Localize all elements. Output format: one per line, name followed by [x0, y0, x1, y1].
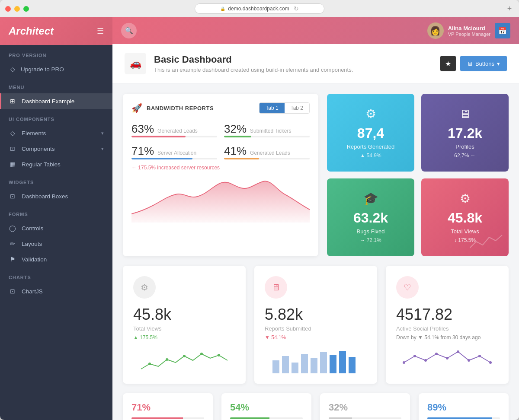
sidebar-item-components[interactable]: ⊡ Components ▾ [0, 141, 112, 156]
page-title-block: Basic Dashboard This is an example dashb… [154, 54, 353, 73]
sidebar-item-label: Controls [22, 225, 43, 232]
sidebar-item-regular-tables[interactable]: ▦ Regular Tables [0, 156, 112, 172]
titlebar: 🔒 demo.dashboardpack.com ↻ + [0, 0, 519, 17]
stat-card-value: 17.2k [448, 126, 482, 140]
sidebar-item-label: Dashboard Example [22, 98, 74, 105]
svg-point-19 [457, 350, 459, 353]
stat-label-4: Generated Leads [250, 150, 290, 156]
sidebar-item-dashboard-boxes[interactable]: ⊡ Dashboard Boxes [0, 188, 112, 204]
sidebar-item-label: Layouts [22, 241, 42, 247]
sidebar: Architect ☰ PRO VERSION ◇ Upgrade to PRO… [0, 17, 112, 420]
menu-label: MENU [0, 77, 112, 93]
sidebar-item-dashboard-example[interactable]: ⊞ Dashboard Example [0, 93, 112, 109]
progress-card-4: 89% [419, 393, 509, 420]
buttons-label: Buttons [475, 60, 494, 67]
main-area: 🔍 👩 Alina Mclourd VP People Manager 📅 🚗 [112, 17, 519, 420]
bandwidth-title: BANDWIDTH REPORTS [147, 105, 214, 111]
sidebar-item-layouts[interactable]: ✏ Layouts [0, 236, 112, 251]
rocket-icon: 🚀 [131, 103, 142, 113]
svg-point-0 [148, 363, 151, 365]
progress-bar [329, 417, 401, 419]
sidebar-item-label: Regular Tables [22, 161, 61, 168]
app-window: 🔒 demo.dashboardpack.com ↻ + Architect ☰… [0, 0, 519, 420]
sidebar-item-chartjs[interactable]: ⊡ ChartJS [0, 283, 112, 299]
upgrade-label: Upgrade to PRO [21, 66, 64, 73]
progress-fill [230, 417, 269, 419]
svg-point-14 [403, 361, 405, 364]
stat-item-2: 32% Submitted Tickers [224, 122, 310, 137]
progress-row: 71% 54% 32% [123, 393, 509, 420]
calendar-button[interactable]: 📅 [495, 23, 510, 38]
tab2-button[interactable]: Tab 2 [285, 103, 309, 113]
elements-icon: ◇ [9, 130, 16, 137]
stat-value-2: 32% [224, 122, 247, 136]
svg-point-18 [446, 357, 449, 360]
chevron-icon: ▾ [101, 130, 104, 136]
progress-bar-2 [224, 136, 310, 137]
sidebar-item-elements[interactable]: ◇ Elements ▾ [0, 125, 112, 141]
bandwidth-header: 🚀 BANDWIDTH REPORTS Tab 1 Tab 2 [131, 102, 310, 114]
progress-value: 54% [230, 402, 303, 413]
stats-grid: 63% Generated Leads 32% [131, 122, 310, 159]
widgets-label: WIDGETS [0, 172, 112, 188]
svg-point-21 [478, 355, 481, 357]
maximize-button[interactable] [23, 6, 29, 12]
sidebar-item-validation[interactable]: ⚑ Validation [0, 251, 112, 267]
buttons-dropdown[interactable]: 🖥 Buttons ▾ [460, 56, 507, 71]
stat-value-1: 63% [131, 122, 154, 136]
forms-label: FORMS [0, 204, 112, 220]
progress-card-1: 71% [123, 393, 213, 420]
close-button[interactable] [5, 6, 11, 12]
svg-rect-8 [301, 354, 308, 373]
svg-rect-11 [330, 355, 336, 373]
ui-components-label: UI COMPONENTS [0, 109, 112, 125]
minimize-button[interactable] [14, 6, 20, 12]
metric-label: Reports Submitted [265, 325, 367, 332]
metric-trend: ▲ 175.5% [133, 334, 235, 340]
svg-point-1 [166, 358, 168, 361]
stat-card-trend: → 72.1% [360, 237, 381, 243]
metric-icon-monitor: 🖥 [265, 276, 287, 299]
monitor-icon: 🖥 [459, 107, 471, 121]
url-text: demo.dashboardpack.com [228, 6, 289, 12]
validation-icon: ⚑ [9, 256, 16, 263]
svg-point-20 [468, 359, 470, 362]
hamburger-button[interactable]: ☰ [97, 26, 104, 36]
sidebar-item-label: Elements [22, 130, 46, 137]
star-button[interactable]: ★ [440, 56, 456, 71]
tab1-button[interactable]: Tab 1 [260, 103, 284, 113]
url-bar[interactable]: 🔒 demo.dashboardpack.com ↻ [195, 3, 324, 14]
boxes-icon: ⊡ [9, 193, 16, 200]
stat-item-3: 71% Server Allocation [131, 144, 217, 159]
tab-group: Tab 1 Tab 2 [259, 102, 310, 114]
svg-rect-6 [282, 356, 289, 373]
top-row: 🚀 BANDWIDTH REPORTS Tab 1 Tab 2 [123, 94, 509, 256]
svg-point-3 [200, 353, 203, 355]
metric-label: Active Social Profiles [396, 325, 498, 332]
layouts-icon: ✏ [9, 240, 16, 247]
stat-card-reports: ⚙ 87,4 Reports Generated ▲ 54.9% [327, 94, 414, 172]
content-area: 🚀 BANDWIDTH REPORTS Tab 1 Tab 2 [112, 83, 519, 420]
controls-icon: ◯ [9, 225, 16, 232]
svg-point-22 [489, 361, 492, 364]
refresh-icon[interactable]: ↻ [294, 5, 299, 12]
app-header: 🔍 👩 Alina Mclourd VP People Manager 📅 [112, 17, 519, 44]
sidebar-item-controls[interactable]: ◯ Controls [0, 220, 112, 236]
user-info: Alina Mclourd VP People Manager [448, 25, 490, 37]
sidebar-item-label: Dashboard Boxes [22, 193, 68, 200]
mini-chart [470, 233, 504, 252]
user-role: VP People Manager [448, 32, 490, 37]
app-layout: Architect ☰ PRO VERSION ◇ Upgrade to PRO… [0, 17, 519, 420]
metric-value: 5.82k [265, 305, 367, 324]
new-tab-button[interactable]: + [505, 4, 514, 13]
upgrade-button[interactable]: ◇ Upgrade to PRO [0, 61, 112, 77]
svg-point-17 [435, 353, 438, 355]
search-button[interactable]: 🔍 [121, 23, 137, 38]
metric-label: Total Views [133, 325, 235, 332]
sidebar-item-label: Components [22, 146, 55, 152]
stat-item-1: 63% Generated Leads [131, 122, 217, 137]
stat-card-label: Profiles [455, 143, 474, 150]
page-icon: 🚗 [125, 53, 146, 74]
user-name: Alina Mclourd [448, 25, 490, 32]
progress-bar [427, 417, 500, 419]
